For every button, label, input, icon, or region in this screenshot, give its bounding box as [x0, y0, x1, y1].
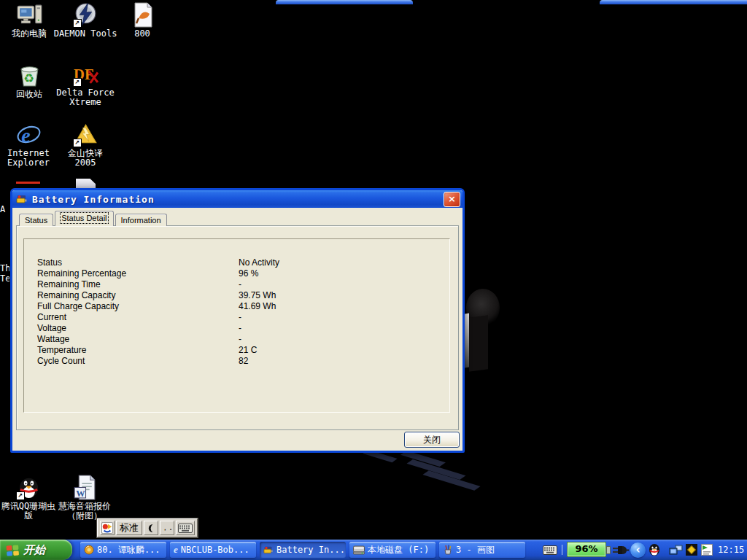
shortcut-arrow-icon: ↗ [73, 139, 82, 147]
punctuation-icon[interactable]: ，. [160, 521, 174, 535]
svg-text:♻: ♻ [23, 71, 34, 85]
desktop-icon-recycle-bin[interactable]: ♻ 回收站 [1, 63, 58, 99]
disk-drive-icon [353, 545, 365, 555]
tab-status-detail[interactable]: Status Detail [55, 211, 113, 226]
partial-icon-label: Te [0, 274, 9, 284]
shortcut-arrow-icon: ↗ [73, 78, 82, 87]
status-row: Remaining Capacity39.75 Wh [37, 290, 449, 301]
soft-keyboard-icon[interactable] [176, 521, 195, 535]
recycle-bin-icon: ♻ [17, 63, 42, 88]
internet-explorer-icon: e [16, 122, 42, 147]
desktop-icon-qq[interactable]: ↗ 腾讯QQ珊瑚虫 版 [0, 475, 57, 521]
taskbar-item-battery[interactable]: Battery In... [260, 542, 346, 558]
taskbar-item-label: 本地磁盘 (F:) [368, 544, 429, 556]
icon-label: 我的电脑 [12, 29, 47, 39]
taskbar: 开始 80. 谭咏麟... e NBCLUB-Bob... Battery In… [0, 540, 747, 560]
status-row-value: - [239, 312, 241, 323]
status-row: Voltage- [37, 323, 449, 334]
icon-label: Explorer [7, 158, 50, 168]
battery-icon [16, 193, 28, 205]
taskbar-item-local-disk[interactable]: 本地磁盘 (F:) [349, 542, 436, 558]
taskbar-item-label: NBCLUB-Bob... [181, 545, 249, 555]
status-row: Remaining Time- [37, 279, 449, 290]
tab-information[interactable]: Information [115, 214, 167, 226]
svg-text:e: e [21, 124, 30, 147]
desktop-icon-800[interactable]: 800 [114, 2, 171, 39]
background-window-edge[interactable] [276, 0, 413, 4]
partial-desktop-icon [16, 182, 40, 184]
svg-text:W: W [76, 489, 85, 499]
status-row: Remaining Percentage96 % [37, 268, 449, 279]
taskbar-item-label: 80. 谭咏麟... [97, 544, 160, 556]
start-button[interactable]: 开始 [0, 540, 72, 560]
task-flag-icon[interactable] [701, 544, 713, 556]
tab-status[interactable]: Status [19, 214, 53, 226]
status-row: Full Charge Capacity41.69 Wh [37, 301, 449, 312]
status-row: StatusNo Activity [37, 257, 449, 268]
status-row-label: Status [37, 257, 239, 268]
my-computer-icon [17, 2, 42, 28]
desktop-icon-my-computer[interactable]: 我的电脑 [1, 2, 58, 39]
desktop-icon-kingsoft-kuaiyi[interactable]: ↗ 金山快译 2005 [57, 122, 114, 168]
desktop-icon-daemon-tools[interactable]: ↗ DAEMON Tools [57, 2, 114, 39]
dialog-titlebar[interactable]: Battery Information × [12, 190, 462, 208]
status-row-value: 39.75 Wh [239, 290, 276, 301]
taskbar-item-music[interactable]: 80. 谭咏麟... [80, 542, 166, 558]
partial-icon-label: Th [0, 264, 9, 273]
status-row: Wattage- [37, 334, 449, 345]
internet-explorer-icon: e [174, 544, 178, 556]
close-button[interactable]: 关闭 [404, 432, 460, 448]
icon-label: 800 [134, 29, 150, 39]
partial-desktop-icon [76, 179, 96, 188]
keyboard-icon[interactable] [543, 545, 557, 555]
desktop-icon-delta-force[interactable]: DF ↗ Delta Force Xtreme [57, 61, 114, 107]
status-row: Cycle Count82 [37, 356, 449, 367]
paint-icon [443, 545, 453, 555]
background-window-edge[interactable] [600, 0, 747, 4]
status-row-value: 41.69 Wh [239, 301, 276, 312]
windows-logo-icon [6, 544, 20, 556]
music-player-icon [84, 545, 94, 555]
kingsoft-icon: ↗ [73, 122, 98, 147]
qq-tray-icon[interactable] [648, 543, 661, 556]
moon-icon[interactable] [144, 521, 158, 535]
taskbar-item-label: Battery In... [276, 545, 345, 555]
taskbar-item-paint-group[interactable]: 3 - 画图 [439, 542, 525, 558]
ime-mode-button[interactable]: 标准 [116, 521, 142, 535]
desktop-root: 我的电脑 ↗ DAEMON Tools 800 ♻ 回收站 DF ↗ Delta… [0, 0, 747, 560]
plug-icon[interactable] [611, 545, 629, 556]
daemon-tray-icon[interactable] [686, 544, 697, 556]
partial-icon-label: A [0, 205, 9, 214]
desktop-icon-internet-explorer[interactable]: e Internet Explorer [0, 122, 57, 168]
icon-label: Xtreme [69, 98, 101, 107]
status-row-label: Remaining Percentage [37, 268, 239, 279]
status-row-label: Voltage [37, 323, 239, 334]
status-row-label: Temperature [37, 345, 239, 356]
icon-label: 回收站 [16, 90, 42, 99]
tab-strip: Status Status Detail Information [19, 213, 169, 226]
shortcut-arrow-icon: ↗ [73, 19, 82, 28]
status-row: Temperature21 C [37, 345, 449, 356]
word-document-icon: W [72, 475, 98, 500]
icon-label: DAEMON Tools [54, 29, 117, 39]
ime-logo-icon[interactable] [100, 521, 115, 535]
status-detail-panel: StatusNo ActivityRemaining Percentage96 … [23, 238, 450, 413]
tray-separator [562, 545, 562, 555]
qq-penguin-icon: ↗ [16, 475, 42, 500]
shortcut-arrow-icon: ↗ [16, 491, 25, 500]
tray-clock[interactable]: 12:15 [718, 540, 744, 560]
network-icon[interactable] [669, 545, 684, 556]
close-icon[interactable]: × [444, 192, 460, 207]
status-row-value: 82 [239, 356, 248, 367]
taskbar-item-nbclub[interactable]: e NBCLUB-Bob... [170, 542, 256, 558]
collapse-chevron-icon[interactable]: ‹ [630, 542, 646, 558]
battery-meter[interactable]: 96% [567, 542, 606, 557]
status-row-value: - [239, 334, 241, 345]
ime-toolbar: 标准 ，. [97, 518, 198, 537]
wallpaper-artifact [462, 289, 507, 373]
status-row-label: Remaining Capacity [37, 290, 239, 301]
status-row-value: - [239, 323, 241, 334]
start-label: 开始 [23, 543, 45, 557]
desktop-icon-huihai-doc[interactable]: W 慧海音箱报价 （附图） [56, 475, 113, 521]
delta-force-icon: DF ↗ [73, 61, 98, 87]
